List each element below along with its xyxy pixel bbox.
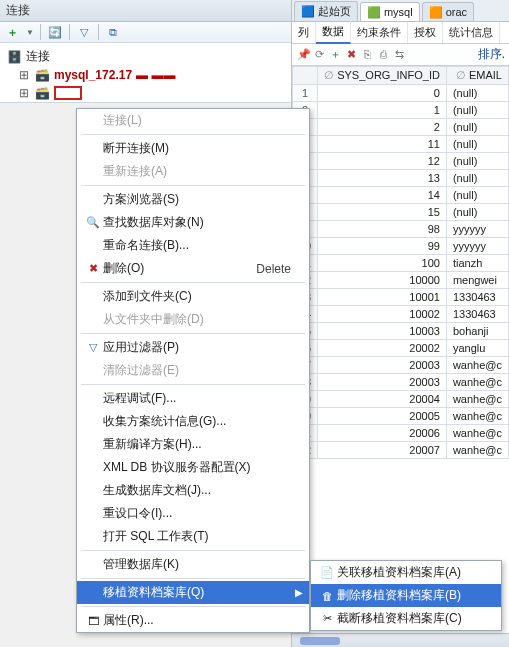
- refresh-icon[interactable]: 🔄: [47, 24, 63, 40]
- cell-email[interactable]: mengwei: [446, 272, 508, 289]
- cell-email[interactable]: wanhe@c: [446, 357, 508, 374]
- cell-id[interactable]: 10000: [318, 272, 447, 289]
- table-row[interactable]: 1099yyyyyy: [292, 238, 508, 255]
- data-toolbar-icon[interactable]: ✖: [344, 47, 360, 63]
- table-row[interactable]: 10(null): [292, 85, 508, 102]
- table-row[interactable]: 2120006wanhe@c: [292, 425, 508, 442]
- cell-email[interactable]: (null): [446, 204, 508, 221]
- expand-icon[interactable]: ⊞: [18, 86, 30, 100]
- data-toolbar-icon[interactable]: ⟳: [312, 47, 328, 63]
- cell-id[interactable]: 11: [318, 136, 447, 153]
- cell-id[interactable]: 20004: [318, 391, 447, 408]
- horizontal-scrollbar[interactable]: [292, 633, 509, 647]
- menu-item[interactable]: 远程调试(F)...: [77, 387, 309, 410]
- cell-email[interactable]: bohanji: [446, 323, 508, 340]
- cell-id[interactable]: 14: [318, 187, 447, 204]
- editor-tab[interactable]: 🟧orac: [422, 2, 474, 21]
- data-grid[interactable]: ∅ SYS_ORG_INFO_ID∅ EMAIL 10(null)21(null…: [292, 66, 509, 633]
- cell-id[interactable]: 20007: [318, 442, 447, 459]
- menu-item[interactable]: 🔍查找数据库对象(N): [77, 211, 309, 234]
- menu-item[interactable]: 重命名连接(B)...: [77, 234, 309, 257]
- menu-item[interactable]: XML DB 协议服务器配置(X): [77, 456, 309, 479]
- table-row[interactable]: 815(null): [292, 204, 508, 221]
- cell-email[interactable]: (null): [446, 136, 508, 153]
- cell-email[interactable]: (null): [446, 102, 508, 119]
- menu-item[interactable]: 收集方案统计信息(G)...: [77, 410, 309, 433]
- cell-id[interactable]: 15: [318, 204, 447, 221]
- cell-id[interactable]: 13: [318, 170, 447, 187]
- table-row[interactable]: 21(null): [292, 102, 508, 119]
- cell-id[interactable]: 0: [318, 85, 447, 102]
- cell-email[interactable]: (null): [446, 85, 508, 102]
- data-toolbar-icon[interactable]: 📌: [296, 47, 312, 63]
- cell-email[interactable]: (null): [446, 153, 508, 170]
- menu-item[interactable]: 打开 SQL 工作表(T): [77, 525, 309, 548]
- cell-id[interactable]: 99: [318, 238, 447, 255]
- tree-node-cloud[interactable]: ☁ 云连接: [4, 102, 287, 103]
- cell-email[interactable]: wanhe@c: [446, 374, 508, 391]
- menu-item[interactable]: 方案浏览器(S): [77, 188, 309, 211]
- cell-id[interactable]: 12: [318, 153, 447, 170]
- submenu-item[interactable]: ✂截断移植资料档案库(C): [311, 607, 501, 630]
- cell-email[interactable]: wanhe@c: [446, 408, 508, 425]
- cell-id[interactable]: 10001: [318, 289, 447, 306]
- table-row[interactable]: 714(null): [292, 187, 508, 204]
- cell-id[interactable]: 20003: [318, 357, 447, 374]
- cell-id[interactable]: 100: [318, 255, 447, 272]
- data-subtab[interactable]: 约束条件: [351, 22, 408, 43]
- tree-node-mysql[interactable]: ⊞ 🗃️ mysql_172.17 ▬ ▬▬: [4, 66, 287, 84]
- table-row[interactable]: 11100tianzh: [292, 255, 508, 272]
- table-row[interactable]: 1510003bohanji: [292, 323, 508, 340]
- cell-id[interactable]: 20003: [318, 374, 447, 391]
- menu-item[interactable]: 管理数据库(K): [77, 553, 309, 576]
- menu-item[interactable]: ▽应用过滤器(P): [77, 336, 309, 359]
- menu-item[interactable]: 移植资料档案库(Q)▶: [77, 581, 309, 604]
- copy-icon[interactable]: ⧉: [105, 24, 121, 40]
- editor-tab[interactable]: 🟩mysql: [360, 2, 420, 21]
- cell-email[interactable]: yanglu: [446, 340, 508, 357]
- column-header[interactable]: ∅ EMAIL: [446, 67, 508, 85]
- table-row[interactable]: 2220007wanhe@c: [292, 442, 508, 459]
- column-header[interactable]: [292, 67, 317, 85]
- cell-email[interactable]: wanhe@c: [446, 391, 508, 408]
- expand-icon[interactable]: ⊞: [18, 68, 30, 82]
- cell-email[interactable]: 1330463: [446, 306, 508, 323]
- menu-item[interactable]: 🗔属性(R)...: [77, 609, 309, 632]
- cell-email[interactable]: yyyyyy: [446, 238, 508, 255]
- data-subtab[interactable]: 授权: [408, 22, 443, 43]
- data-toolbar-icon[interactable]: ⎘: [360, 46, 376, 62]
- table-row[interactable]: 998yyyyyy: [292, 221, 508, 238]
- cell-email[interactable]: tianzh: [446, 255, 508, 272]
- cell-id[interactable]: 10003: [318, 323, 447, 340]
- cell-id[interactable]: 10002: [318, 306, 447, 323]
- menu-item[interactable]: ✖删除(O)Delete: [77, 257, 309, 280]
- cell-id[interactable]: 1: [318, 102, 447, 119]
- cell-id[interactable]: 20002: [318, 340, 447, 357]
- cell-id[interactable]: 98: [318, 221, 447, 238]
- tree-node-selected[interactable]: ⊞ 🗃️: [4, 84, 287, 102]
- cell-id[interactable]: 20005: [318, 408, 447, 425]
- table-row[interactable]: 613(null): [292, 170, 508, 187]
- table-row[interactable]: 13100011330463: [292, 289, 508, 306]
- cell-email[interactable]: 1330463: [446, 289, 508, 306]
- column-header[interactable]: ∅ SYS_ORG_INFO_ID: [318, 67, 447, 85]
- cell-id[interactable]: 2: [318, 119, 447, 136]
- data-subtab[interactable]: 数据: [316, 21, 351, 44]
- cell-email[interactable]: yyyyyy: [446, 221, 508, 238]
- table-row[interactable]: 1820003wanhe@c: [292, 374, 508, 391]
- cell-email[interactable]: (null): [446, 187, 508, 204]
- table-row[interactable]: 512(null): [292, 153, 508, 170]
- table-row[interactable]: 1920004wanhe@c: [292, 391, 508, 408]
- data-toolbar-icon[interactable]: ⎙: [376, 46, 392, 62]
- submenu-item[interactable]: 🗑删除移植资料档案库(B): [311, 584, 501, 607]
- cell-email[interactable]: (null): [446, 119, 508, 136]
- data-toolbar-icon[interactable]: ＋: [328, 47, 344, 63]
- menu-item[interactable]: 重新编译方案(H)...: [77, 433, 309, 456]
- menu-item[interactable]: 重设口令(I)...: [77, 502, 309, 525]
- submenu-item[interactable]: 📄关联移植资料档案库(A): [311, 561, 501, 584]
- migration-submenu[interactable]: 📄关联移植资料档案库(A)🗑删除移植资料档案库(B)✂截断移植资料档案库(C): [310, 560, 502, 631]
- tree-root-connections[interactable]: 🗄️ 连接: [4, 47, 287, 66]
- cell-email[interactable]: wanhe@c: [446, 442, 508, 459]
- data-toolbar-icon[interactable]: ⇆: [392, 47, 408, 63]
- menu-item[interactable]: 断开连接(M): [77, 137, 309, 160]
